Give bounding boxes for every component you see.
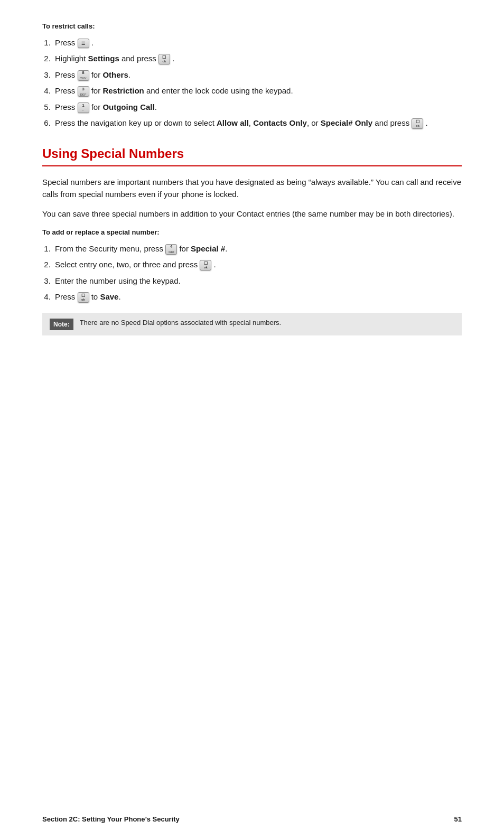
step3-bold1: Others [102, 70, 128, 79]
special-step-4: Press ☐ ok to Save. [53, 291, 462, 303]
restrict-step-3: Press 8 TUV for Others. [53, 69, 462, 81]
special-step-3: Enter the number using the keypad. [53, 275, 462, 287]
sp3-text: Enter the number using the keypad. [55, 276, 181, 285]
8tuv-key-icon: 8 TUV [78, 70, 89, 81]
step6-bold1: Allow all [217, 118, 249, 127]
step6-text-middle: , [249, 118, 253, 127]
footer-right: 51 [454, 814, 462, 825]
step4-bold1: Restriction [102, 86, 144, 95]
step6-text-before: Press the navigation key up or down to s… [55, 118, 217, 127]
note-box: Note: There are no Speed Dial options as… [42, 313, 462, 335]
special-step-1: From the Security menu, press 4 GHI for … [53, 243, 462, 255]
sp2-text-after: . [214, 260, 216, 269]
step2-text-middle: and press [119, 54, 158, 63]
ok-key-icon-2: ☐ ok [158, 54, 170, 64]
step3-text-after: for [91, 70, 103, 79]
sp4-text-before: Press [55, 292, 78, 301]
step6-bold2: Contacts Only [253, 118, 307, 127]
restrict-steps-list: Press ☰ . Highlight Settings and press ☐… [53, 37, 462, 129]
sp4-text-middle: to [91, 292, 100, 301]
restrict-calls-label: To restrict calls: [42, 21, 462, 32]
restrict-step-2: Highlight Settings and press ☐ ok . [53, 53, 462, 65]
restrict-calls-section: To restrict calls: Press ☰ . Highlight S… [42, 21, 462, 129]
restrict-step-5: Press 1 ← for Outgoing Call. [53, 101, 462, 114]
special-step-2: Select entry one, two, or three and pres… [53, 259, 462, 271]
step5-text-before: Press [55, 102, 78, 111]
add-replace-label: To add or replace a special number: [42, 227, 462, 238]
step2-bold1: Settings [88, 54, 119, 63]
body-text-1: Special numbers are important numbers th… [42, 176, 462, 201]
step4-text-middle: for [91, 86, 103, 95]
step6-bold3: Special# Only [321, 118, 372, 127]
step3-text-before: Press [55, 70, 78, 79]
body-text-2: You can save three special numbers in ad… [42, 208, 462, 220]
step6-text-middle2: , or [307, 118, 321, 127]
step6-text-after: . [426, 118, 428, 127]
sp1-text-after: . [225, 244, 227, 253]
step5-text-middle: for [91, 102, 103, 111]
sp4-text-after: . [118, 292, 120, 301]
step3-period: . [128, 70, 130, 79]
section-divider [42, 165, 462, 166]
ok-key-icon-sp2: ☐ ok [200, 260, 211, 270]
note-text: There are no Speed Dial options associat… [80, 318, 282, 328]
sp4-bold1: Save [100, 292, 118, 301]
4ghi-key-icon: 4 GHI [165, 244, 177, 255]
footer: Section 2C: Setting Your Phone’s Securit… [42, 814, 462, 825]
step6-text-middle3: and press [372, 118, 412, 127]
step1-text-after: . [91, 38, 94, 47]
step2-text-before: Highlight [55, 54, 88, 63]
section-heading: Using Special Numbers [42, 144, 462, 163]
sp1-text-before: From the Security menu, press [55, 244, 165, 253]
sp1-bold1: Special # [191, 244, 225, 253]
restrict-step-1: Press ☰ . [53, 37, 462, 49]
step4-text-before: Press [55, 86, 78, 95]
step5-text-after: . [155, 102, 157, 111]
3def-key-icon: 3 DEF [78, 86, 89, 97]
sp1-text-middle: for [179, 244, 191, 253]
step5-bold1: Outgoing Call [102, 102, 154, 111]
page: To restrict calls: Press ☰ . Highlight S… [0, 0, 504, 840]
step1-text-before: Press [55, 38, 78, 47]
1-key-icon: 1 ← [78, 102, 89, 113]
sp2-text-before: Select entry one, two, or three and pres… [55, 260, 200, 269]
step4-text-after: and enter the lock code using the keypad… [144, 86, 293, 95]
restrict-step-4: Press 3 DEF for Restriction and enter th… [53, 85, 462, 97]
footer-left: Section 2C: Setting Your Phone’s Securit… [42, 814, 180, 825]
special-steps-list: From the Security menu, press 4 GHI for … [53, 243, 462, 303]
note-label: Note: [50, 319, 73, 330]
ok-key-icon-6: ☐ ok [412, 118, 423, 129]
restrict-step-6: Press the navigation key up or down to s… [53, 117, 462, 129]
ok-key-icon-sp4: ☐ ok [78, 292, 89, 303]
step2-text-after: . [172, 54, 174, 63]
menu-key-icon: ☰ [78, 39, 89, 48]
